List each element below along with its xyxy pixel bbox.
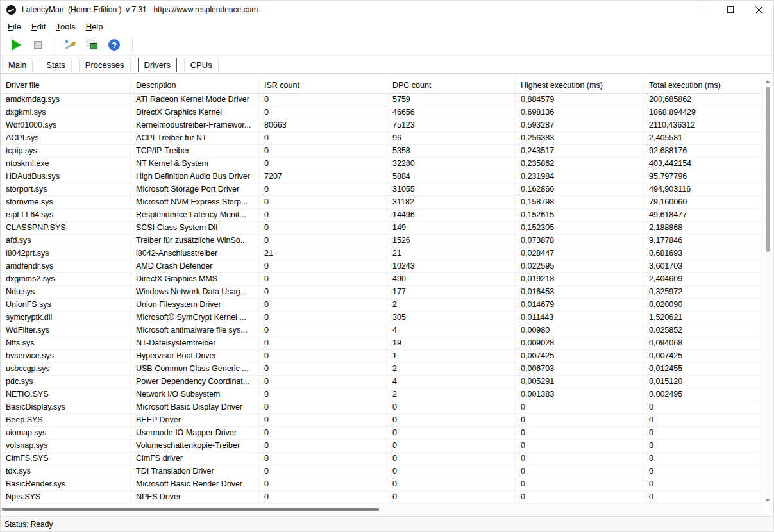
table-cell: amdfendr.sys xyxy=(1,260,131,272)
table-cell: uiomap.sys xyxy=(1,427,131,439)
table-row[interactable]: UnionFS.sysUnion Filesystem Driver020,01… xyxy=(1,299,762,312)
horizontal-scrollbar-thumb[interactable] xyxy=(2,508,379,511)
table-row[interactable]: amdfendr.sysAMD Crash Defender0102430,02… xyxy=(1,260,762,273)
table-cell: 92,688176 xyxy=(644,145,762,157)
vertical-scrollbar[interactable] xyxy=(761,78,773,504)
tab-accel: S xyxy=(46,60,52,70)
table-row[interactable]: afd.sysTreiber für zusätzliche WinSo...0… xyxy=(1,235,762,247)
table-cell: tcpip.sys xyxy=(1,145,131,157)
table-cell: 0,020090 xyxy=(644,299,762,311)
table-cell: Hypervisor Boot Driver xyxy=(131,350,259,362)
table-cell: 0,028447 xyxy=(516,247,644,260)
minimize-button[interactable] xyxy=(687,1,716,19)
table-row[interactable]: Ndu.sysWindows Network Data Usag...01770… xyxy=(1,286,762,299)
table-row[interactable]: usbccgp.sysUSB Common Class Generic ...0… xyxy=(1,363,762,376)
table-cell: 0 xyxy=(644,453,762,465)
table-row[interactable]: Beep.SYSBEEP Driver0000 xyxy=(1,414,762,427)
table-row[interactable]: volsnap.sysVolumeschattenkopie-Treiber00… xyxy=(1,440,762,453)
table-row[interactable]: tdx.sysTDI Translation Driver0000 xyxy=(1,465,762,478)
table-cell: CimFS driver xyxy=(131,453,259,465)
column-header[interactable]: Total execution (ms) xyxy=(644,78,762,93)
table-row[interactable]: storport.sysMicrosoft Storage Port Drive… xyxy=(1,183,762,196)
copy-report-button[interactable] xyxy=(83,37,101,53)
table-cell: 0,698136 xyxy=(516,106,644,119)
table-cell: 1868,894429 xyxy=(644,106,762,119)
menu-item-edit[interactable]: Edit xyxy=(26,20,51,33)
vertical-scrollbar-thumb[interactable] xyxy=(766,87,770,252)
tab-processes[interactable]: Processes xyxy=(79,58,131,72)
start-monitor-button[interactable] xyxy=(7,37,25,53)
help-button[interactable]: ? xyxy=(105,37,123,53)
table-cell: 19 xyxy=(387,337,516,349)
table-cell: 0 xyxy=(259,260,387,272)
table-row[interactable]: dxgkrnl.sysDirectX Graphics Kernel046656… xyxy=(1,106,762,119)
tab-drivers[interactable]: Drivers xyxy=(138,58,177,72)
tab-cpus[interactable]: CPUs xyxy=(184,58,219,72)
table-row[interactable]: symcryptk.dllMicrosoft® SymCrypt Kernel … xyxy=(1,312,762,324)
table-row[interactable]: tcpip.sysTCP/IP-Treiber053580,24351792,6… xyxy=(1,145,762,158)
table-row[interactable]: i8042prt.sysi8042-Anschlusstreiber21210,… xyxy=(1,247,762,260)
table-row[interactable]: pdc.sysPower Dependency Coordinat...040,… xyxy=(1,376,762,388)
table-cell: 96 xyxy=(387,132,516,144)
tab-accel: P xyxy=(85,60,91,70)
table-cell: 0 xyxy=(259,376,387,388)
scroll-up-icon[interactable] xyxy=(765,80,770,83)
scroll-down-icon[interactable] xyxy=(765,499,770,502)
table-row[interactable]: Wdf01000.sysKernelmodustreiber-Framewor.… xyxy=(1,119,762,132)
table-row[interactable]: NETIO.SYSNetwork I/O Subsystem020,001383… xyxy=(1,388,762,401)
table-cell: usbccgp.sys xyxy=(1,363,131,375)
table-cell: 0,012455 xyxy=(644,363,762,375)
table-cell: 305 xyxy=(387,312,516,324)
table-row[interactable]: uiomap.sysUsermode IO Mapper Driver0000 xyxy=(1,427,762,440)
column-header[interactable]: ISR count xyxy=(259,78,387,93)
table-cell: 0,00980 xyxy=(516,324,644,337)
table-cell: Microsoft Basic Render Driver xyxy=(131,478,259,490)
table-row[interactable]: WdFilter.sysMicrosoft antimalware file s… xyxy=(1,324,762,337)
table-cell: UnionFS.sys xyxy=(1,299,131,311)
table-cell: High Definition Audio Bus Driver xyxy=(131,170,259,183)
table-cell: 2,188868 xyxy=(644,222,762,234)
column-header[interactable]: Description xyxy=(131,78,259,93)
table-row[interactable]: HDAudBus.sysHigh Definition Audio Bus Dr… xyxy=(1,170,762,183)
table-cell: 149 xyxy=(387,222,516,234)
tab-main[interactable]: Main xyxy=(2,58,33,72)
table-cell: 0 xyxy=(644,465,762,478)
table-row[interactable]: dxgmms2.sysDirectX Graphics MMS04900,019… xyxy=(1,273,762,286)
menu-item-tools[interactable]: Tools xyxy=(51,20,80,33)
table-row[interactable]: amdkmdag.sysATI Radeon Kernel Mode Drive… xyxy=(1,94,762,106)
table-row[interactable]: rspLLL64.sysResplendence Latency Monit..… xyxy=(1,209,762,222)
table-cell: 1,520621 xyxy=(644,312,762,324)
table-cell: 21 xyxy=(259,247,387,260)
table-cell: 14496 xyxy=(387,209,516,221)
maximize-button[interactable] xyxy=(716,1,745,19)
table-row[interactable]: ACPI.sysACPI-Treiber für NT0960,2563832,… xyxy=(1,132,762,145)
table-cell: 2 xyxy=(387,388,516,401)
menu-item-help[interactable]: Help xyxy=(81,20,108,33)
table-row[interactable]: Ntfs.sysNT-Dateisystemtreiber0190,009028… xyxy=(1,337,762,350)
menu-item-file[interactable]: File xyxy=(3,20,26,33)
column-header[interactable]: DPC count xyxy=(387,78,516,93)
tools-icon xyxy=(63,38,78,51)
options-button[interactable] xyxy=(62,37,80,53)
table-cell: 0 xyxy=(259,94,387,106)
column-header[interactable]: Driver file xyxy=(1,78,131,93)
horizontal-scrollbar[interactable] xyxy=(1,504,762,514)
table-cell: storport.sys xyxy=(1,183,131,195)
maximize-icon xyxy=(727,6,734,13)
table-row[interactable]: CimFS.SYSCimFS driver0000 xyxy=(1,453,762,465)
column-header[interactable]: Highest execution (ms) xyxy=(516,78,644,93)
tab-label: tats xyxy=(52,60,65,70)
table-row[interactable]: CLASSPNP.SYSSCSI Class System Dll01490,1… xyxy=(1,222,762,235)
table-row[interactable]: stornvme.sysMicrosoft NVM Express Storp.… xyxy=(1,196,762,209)
table-row[interactable]: BasicRender.sysMicrosoft Basic Render Dr… xyxy=(1,478,762,491)
tab-stats[interactable]: Stats xyxy=(40,58,72,72)
copy-report-icon xyxy=(86,39,99,51)
close-button[interactable] xyxy=(745,1,773,19)
stop-monitor-button[interactable] xyxy=(29,37,47,53)
table-cell: 0 xyxy=(259,196,387,208)
table-row[interactable]: BasicDisplay.sysMicrosoft Basic Display … xyxy=(1,401,762,414)
table-row[interactable]: hvservice.sysHypervisor Boot Driver010,0… xyxy=(1,350,762,363)
table-row[interactable]: Npfs.SYSNPFS Driver0000 xyxy=(1,491,762,504)
table-row[interactable]: ntoskrnl.exeNT Kernel & System0322800,23… xyxy=(1,158,762,170)
table-cell: Power Dependency Coordinat... xyxy=(131,376,259,388)
